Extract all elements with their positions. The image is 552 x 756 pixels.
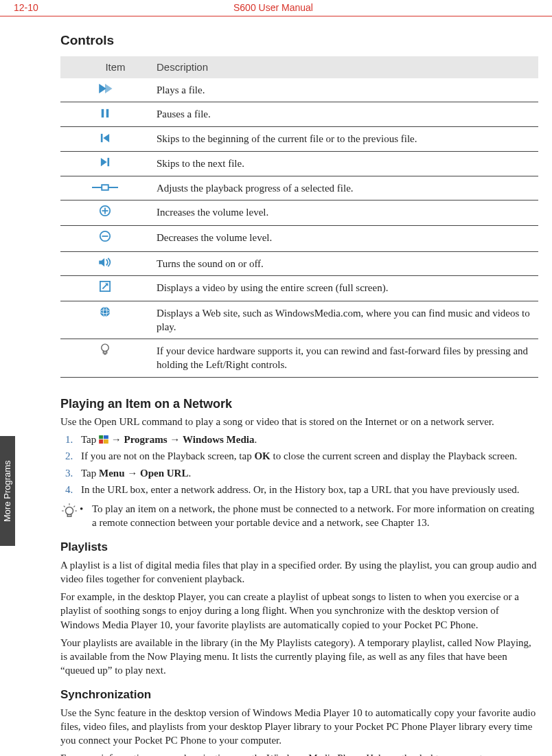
mute-icon	[98, 257, 112, 271]
control-desc: If your device hardware supports it, you…	[150, 339, 538, 378]
playlists-p3: Your playlists are available in the libr…	[60, 636, 538, 678]
control-desc: Decreases the volume level.	[150, 226, 538, 251]
next-icon	[100, 157, 110, 170]
network-steps: Tap → Programs → Windows Media. If you a…	[60, 433, 538, 496]
pause-icon	[100, 108, 110, 122]
network-intro: Use the Open URL command to play a song …	[60, 415, 538, 428]
control-desc: Pauses a file.	[150, 102, 538, 127]
sync-p1: Use the Sync feature in the desktop vers…	[60, 706, 538, 748]
step-4: In the URL box, enter a network address.…	[76, 483, 538, 496]
vol-up-icon	[99, 205, 111, 220]
control-desc: Increases the volume level.	[150, 201, 538, 226]
table-row: Increases the volume level.	[60, 201, 538, 226]
page-number: 12-10	[14, 1, 233, 14]
col-desc: Description	[150, 56, 538, 78]
table-row: Skips to the beginning of the current fi…	[60, 127, 538, 152]
control-desc: Plays a file.	[150, 78, 538, 102]
table-row: Skips to the next file.	[60, 151, 538, 176]
page-header: 12-10 S600 User Manual	[0, 0, 552, 16]
tip-note: • To play an item on a network, the phon…	[62, 502, 538, 530]
step-2: If you are not on the Playback screen, t…	[76, 449, 538, 463]
web-icon	[100, 306, 111, 321]
fullscreen-icon	[100, 281, 111, 295]
tip-text: To play an item on a network, the phone …	[92, 502, 538, 530]
playlists-p2: For example, in the desktop Player, you …	[60, 590, 538, 632]
doc-title: S600 User Manual	[233, 1, 538, 14]
start-icon	[99, 433, 108, 442]
control-desc: Turns the sound on or off.	[150, 251, 538, 276]
table-row: If your device hardware supports it, you…	[60, 339, 538, 378]
playlists-p1: A playlist is a list of digital media fi…	[60, 558, 538, 586]
table-row: Pauses a file.	[60, 102, 538, 127]
table-row: Displays a Web site, such as WindowsMedi…	[60, 301, 538, 339]
network-heading: Playing an Item on a Network	[60, 396, 538, 412]
play-icon	[97, 83, 113, 97]
page-content: Controls Item Description Plays a file. …	[0, 16, 552, 756]
table-row: Decreases the volume level.	[60, 226, 538, 251]
step-1: Tap → Programs → Windows Media.	[76, 433, 538, 446]
col-item: Item	[60, 56, 150, 78]
table-row: Adjusts the playback progress of a selec…	[60, 176, 538, 201]
sync-p2: For more information on synchronization,…	[60, 751, 538, 756]
control-desc: Displays a video by using the entire scr…	[150, 276, 538, 301]
table-row: Displays a video by using the entire scr…	[60, 276, 538, 301]
progress-icon	[92, 181, 118, 195]
control-desc: Skips to the beginning of the current fi…	[150, 127, 538, 152]
sync-heading: Synchronization	[60, 687, 538, 703]
controls-heading: Controls	[60, 32, 538, 49]
vol-down-icon	[99, 230, 111, 246]
step-3: Tap Menu → Open URL.	[76, 466, 538, 480]
tip-bulb-icon	[100, 343, 110, 359]
table-row: Plays a file.	[60, 78, 538, 102]
bulb-icon	[62, 502, 80, 530]
playlists-heading: Playlists	[60, 540, 538, 555]
control-desc: Skips to the next file.	[150, 151, 538, 176]
table-row: Turns the sound on or off.	[60, 251, 538, 276]
side-tab: More Programs	[0, 436, 15, 546]
control-desc: Adjusts the playback progress of a selec…	[150, 176, 538, 201]
control-desc: Displays a Web site, such as WindowsMedi…	[150, 301, 538, 339]
prev-icon	[100, 133, 110, 146]
controls-table: Item Description Plays a file. Pauses a …	[60, 56, 538, 378]
